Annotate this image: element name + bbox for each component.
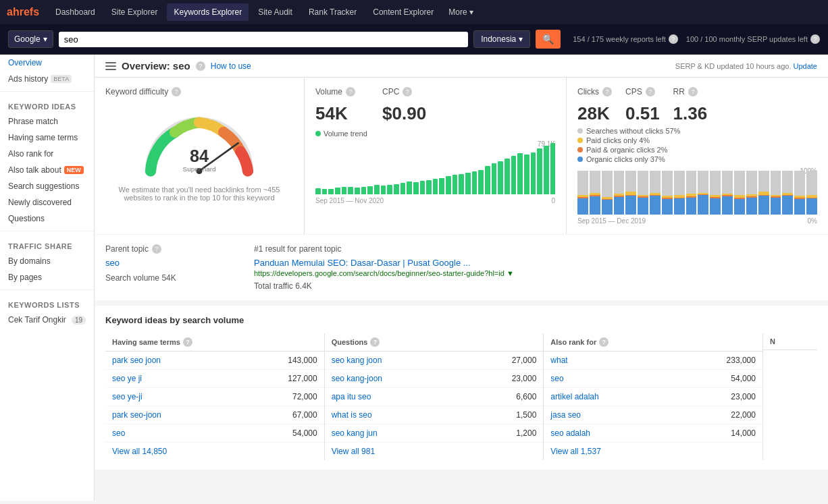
view-all-having-same[interactable]: View all 14,850 (105, 443, 324, 460)
serp-info-icon[interactable]: ? (810, 34, 820, 44)
col-header-questions: Questions ? (325, 333, 544, 352)
sidebar-divider-3 (0, 289, 94, 290)
kw-row-what: what 233,000 (544, 352, 762, 370)
sidebar-item-by-domains[interactable]: By domains (0, 253, 94, 269)
volume-bar (400, 183, 406, 194)
search-input[interactable] (64, 34, 463, 45)
search-button[interactable]: 🔍 (536, 30, 561, 49)
clicks-bar-group (758, 167, 769, 215)
volume-bar (492, 163, 497, 194)
svg-text:Super hard: Super hard (183, 165, 216, 173)
volume-bar (355, 188, 360, 194)
cps-info-icon[interactable]: ? (646, 87, 655, 96)
clicks-bar-group (614, 167, 625, 215)
kw-link-park-seo-joon2[interactable]: park seo-joon (112, 410, 161, 420)
kw-link-seo-kang-joon[interactable]: seo kang joon (332, 356, 382, 365)
sidebar-item-also-talk-about[interactable]: Also talk about NEW (0, 162, 94, 178)
reports-info-icon[interactable]: ? (669, 34, 678, 44)
having-same-info-icon[interactable]: ? (183, 337, 192, 347)
clicks-bar-group (722, 167, 733, 215)
nav-site-audit[interactable]: Site Audit (251, 3, 299, 21)
parent-topic-label: Parent topic ? (105, 244, 240, 254)
legend-dot-yellow (577, 138, 583, 143)
nav-dashboard[interactable]: Dashboard (49, 3, 102, 21)
nav-content-explorer[interactable]: Content Explorer (366, 3, 440, 21)
volume-bar (433, 179, 438, 194)
kw-row-seo: seo 54,000 (105, 424, 324, 443)
kw-link-what[interactable]: what (550, 356, 567, 365)
kw-link-what-is-seo[interactable]: what is seo (332, 410, 372, 420)
kw-link-park-seo-joon[interactable]: park seo joon (112, 356, 161, 365)
col-header-n: N (763, 333, 817, 350)
engine-select[interactable]: Google ▾ (8, 30, 53, 48)
sidebar-item-overview[interactable]: Overview (0, 55, 94, 71)
search-input-wrap (59, 32, 468, 47)
kw-row-seo-ye-ji2: seo ye-ji 72,000 (105, 388, 324, 406)
kw-link-seo-ye-ji2[interactable]: seo ye-ji (112, 392, 143, 401)
nav-keywords-explorer[interactable]: Keywords Explorer (167, 3, 249, 21)
cps-section: CPS ? 0.51 (625, 87, 660, 124)
result-title-link[interactable]: Panduan Memulai SEO: Dasar-Dasar | Pusat… (254, 258, 471, 268)
volume-bar (315, 188, 321, 194)
volume-bar (465, 173, 471, 194)
sidebar-item-ads-history[interactable]: Ads history BETA (0, 71, 94, 87)
sidebar-item-having-same-terms[interactable]: Having same terms (0, 130, 94, 146)
volume-bar (394, 184, 399, 194)
result-label: #1 result for parent topic (254, 244, 817, 254)
clicks-chart-dates: Sep 2015 — Dec 2019 0% (577, 217, 817, 225)
kw-row-jasa-seo: jasa seo 22,000 (544, 406, 762, 424)
kw-link-seo-adalah[interactable]: seo adalah (550, 428, 590, 438)
hamburger-icon[interactable] (105, 62, 116, 70)
country-select[interactable]: Indonesia ▾ (473, 30, 530, 48)
clicks-section: Clicks ? 28K (577, 87, 612, 124)
sidebar-keyword-ideas-header: Keyword ideas (0, 96, 94, 113)
parent-topic-link[interactable]: seo (105, 258, 120, 268)
kw-row-seo-kang-jun: seo kang jun 1,200 (325, 424, 544, 443)
kw-link-seo[interactable]: seo (112, 428, 125, 438)
result-traffic: Total traffic 6.4K (254, 281, 817, 291)
nav-more[interactable]: More ▾ (443, 3, 479, 21)
cpc-info-icon[interactable]: ? (403, 87, 412, 96)
kw-link-seo-kang-joon2[interactable]: seo kang-joon (332, 374, 382, 383)
sidebar-item-newly-discovered[interactable]: Newly discovered (0, 194, 94, 211)
nav-site-explorer[interactable]: Site Explorer (105, 3, 165, 21)
metrics-row: Keyword difficulty ? (95, 78, 828, 234)
kd-info-icon[interactable]: ? (172, 87, 181, 96)
clicks-bar-group (590, 167, 600, 215)
volume-bar (524, 155, 529, 194)
sidebar-item-also-rank-for[interactable]: Also rank for (0, 146, 94, 162)
view-all-questions[interactable]: View all 981 (325, 443, 544, 460)
sidebar-list-item-cek-tarif[interactable]: Cek Tarif Ongkir 19 (0, 312, 94, 328)
title-info-icon[interactable]: ? (196, 61, 205, 71)
clicks-info-icon[interactable]: ? (602, 87, 612, 96)
kw-link-apa-itu-seo[interactable]: apa itu seo (332, 392, 371, 401)
kw-link-jasa-seo[interactable]: jasa seo (550, 410, 581, 420)
how-to-use-link[interactable]: How to use (211, 61, 251, 71)
kw-link-artikel-adalah[interactable]: artikel adalah (550, 392, 598, 401)
also-rank-info-icon[interactable]: ? (599, 337, 609, 347)
country-chevron-icon: ▾ (519, 34, 523, 44)
parent-topic-info-icon[interactable]: ? (152, 244, 161, 254)
rr-info-icon[interactable]: ? (688, 87, 698, 96)
sidebar-item-questions[interactable]: Questions (0, 211, 94, 227)
clicks-bar-group (602, 167, 613, 215)
kw-link-seo-ye-ji[interactable]: seo ye ji (112, 374, 142, 383)
clicks-bar-group (625, 167, 636, 215)
volume-bar (446, 176, 451, 194)
main-layout: Overview Ads history BETA Keyword ideas … (0, 55, 828, 501)
kw-link-seo2[interactable]: seo (550, 374, 563, 383)
volume-bar (517, 153, 523, 194)
sidebar-item-search-suggestions[interactable]: Search suggestions (0, 178, 94, 194)
clicks-bar-group (638, 167, 648, 215)
questions-info-icon[interactable]: ? (370, 337, 380, 347)
sidebar-item-phrase-match[interactable]: Phrase match (0, 113, 94, 130)
kw-link-seo-kang-jun[interactable]: seo kang jun (332, 428, 378, 438)
update-link[interactable]: Update (794, 62, 817, 70)
col-also-rank-for: Also rank for ? what 233,000 seo 54,000 … (544, 333, 762, 460)
volume-info-icon[interactable]: ? (346, 87, 355, 96)
sidebar-item-by-pages[interactable]: By pages (0, 269, 94, 285)
view-all-also-rank[interactable]: View all 1,537 (544, 443, 762, 460)
nav-rank-tracker[interactable]: Rank Tracker (302, 3, 363, 21)
ads-history-beta-badge: BETA (51, 75, 72, 83)
volume-bar (478, 170, 484, 194)
